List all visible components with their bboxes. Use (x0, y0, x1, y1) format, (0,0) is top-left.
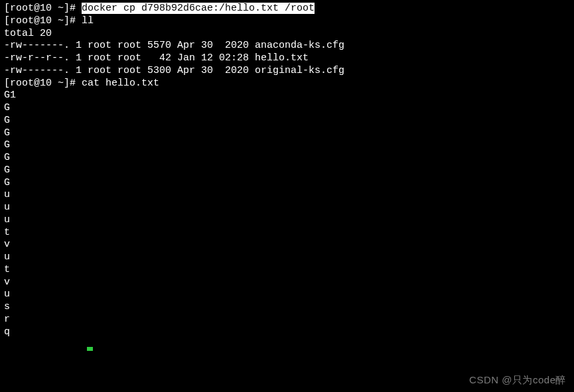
terminal-line: v (4, 277, 570, 289)
terminal-line: u (4, 289, 570, 301)
terminal-line: u (4, 251, 570, 264)
shell-prompt: [root@10 ~]# (4, 15, 82, 27)
shell-prompt: [root@10 ~]# (4, 3, 82, 14)
watermark-text: CSDN @只为code醉 (469, 374, 566, 387)
terminal-line: v (4, 239, 570, 251)
terminal-line: G (4, 177, 570, 190)
terminal-line: [root@10 ~]# docker cp d798b92d6cae:/hel… (4, 3, 570, 15)
terminal-line: -rw-------. 1 root root 5300 Apr 30 2020… (4, 65, 570, 78)
terminal-line: G (4, 102, 570, 115)
terminal-output[interactable]: [root@10 ~]# docker cp d798b92d6cae:/hel… (4, 3, 570, 338)
shell-command: cat hello.txt (82, 78, 159, 89)
terminal-line: G (4, 115, 570, 127)
terminal-line: -rw-------. 1 root root 5570 Apr 30 2020… (4, 40, 570, 52)
terminal-line: total 20 (4, 28, 570, 40)
terminal-line: t (4, 264, 570, 277)
shell-command: docker cp d798b92d6cae:/hello.txt /root (82, 3, 315, 14)
terminal-line: G (4, 127, 570, 140)
terminal-line: [root@10 ~]# ll (4, 15, 570, 28)
terminal-line: -rw-r--r--. 1 root root 42 Jan 12 02:28 … (4, 52, 570, 65)
terminal-line: [root@10 ~]# cat hello.txt (4, 78, 570, 90)
terminal-line: G1 (4, 90, 570, 102)
terminal-line: G (4, 164, 570, 177)
terminal-line: q (4, 326, 570, 339)
cursor (87, 347, 93, 351)
terminal-line: s (4, 301, 570, 314)
terminal-line: u (4, 202, 570, 214)
shell-command: ll (82, 15, 94, 27)
terminal-line: u (4, 214, 570, 227)
terminal-line: G (4, 139, 570, 152)
terminal-line: G (4, 152, 570, 164)
shell-prompt: [root@10 ~]# (4, 78, 82, 89)
terminal-line: t (4, 227, 570, 239)
terminal-line: u (4, 189, 570, 202)
terminal-line: r (4, 314, 570, 326)
